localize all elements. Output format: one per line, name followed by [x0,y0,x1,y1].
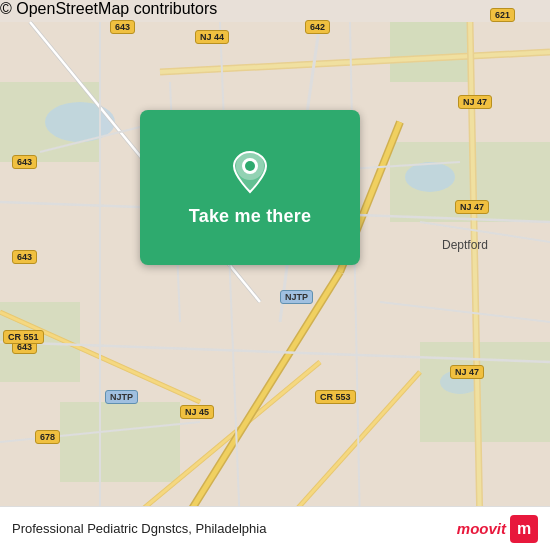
road-badge-nj44: NJ 44 [195,30,229,44]
road-badge-nj47-2: NJ 47 [455,200,489,214]
moovit-icon-letter: m [517,520,531,538]
moovit-logo: moovit m [457,515,538,543]
map-container: 643 643 643 643 NJ 44 642 621 NJ 47 NJ 4… [0,0,550,550]
take-me-there-button[interactable]: Take me there [140,110,360,265]
moovit-icon: m [510,515,538,543]
road-badge-642: 642 [305,20,330,34]
road-badge-nj47-1: NJ 47 [458,95,492,109]
place-name: Professional Pediatric Dgnstcs, Philadel… [12,521,266,536]
svg-rect-1 [390,22,470,82]
map-roads [0,0,550,550]
svg-point-41 [245,161,255,171]
road-badge-njtp-1: NJTP [280,290,313,304]
road-badge-nj47-3: NJ 47 [450,365,484,379]
road-badge-cr551: CR 551 [3,330,44,344]
location-pin-icon [226,148,274,196]
road-badge-643-2: 643 [12,155,37,169]
place-info: Professional Pediatric Dgnstcs, Philadel… [12,521,266,536]
take-me-there-label: Take me there [189,206,311,227]
svg-point-8 [405,162,455,192]
road-badge-njtp-2: NJTP [105,390,138,404]
road-badge-643-1: 643 [110,20,135,34]
road-badge-678: 678 [35,430,60,444]
road-badge-cr553: CR 553 [315,390,356,404]
bottom-bar: Professional Pediatric Dgnstcs, Philadel… [0,506,550,550]
road-badge-621: 621 [490,8,515,22]
road-badge-643-3: 643 [12,250,37,264]
svg-rect-6 [60,402,180,482]
road-badge-nj45: NJ 45 [180,405,214,419]
moovit-text: moovit [457,520,506,537]
town-label-deptford: Deptford [442,238,488,252]
